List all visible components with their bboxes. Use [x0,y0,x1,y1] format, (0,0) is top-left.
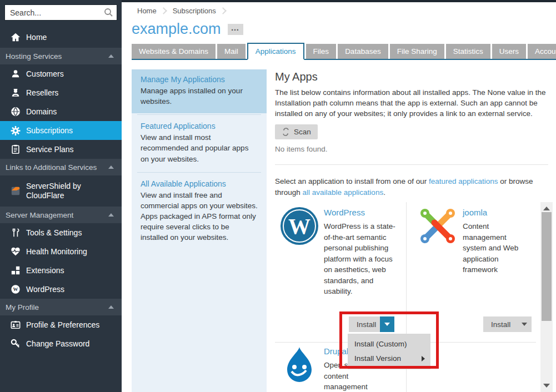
divider [137,114,261,115]
app-title-wordpress[interactable]: WordPress [324,208,365,217]
collapse-arrow-icon [108,213,114,217]
service-plans-icon [11,144,21,154]
subnav-item-desc: Manage apps installed on your websites. [141,86,258,107]
scrollbar-thumb[interactable] [542,212,552,321]
sidebar-item-tools-settings[interactable]: Tools & Settings [0,223,122,242]
sidebar-section-links-additional[interactable]: Links to Additional Services [0,159,122,175]
featured-applications-link[interactable]: featured applications [429,177,498,185]
breadcrumb-home[interactable]: Home [137,7,157,15]
sidebar-section-my-profile[interactable]: My Profile [0,299,122,315]
sidebar-section-server-management[interactable]: Server Management [0,207,122,223]
sidebar-section-hosting-services[interactable]: Hosting Services [0,48,122,64]
menu-item-install-custom[interactable]: Install (Custom) [348,337,430,351]
collapse-arrow-icon [108,305,114,309]
globe-icon [11,107,21,117]
sidebar-item-label: Subscriptions [26,126,73,135]
section-label: My Profile [6,303,39,311]
sidebar: Home Hosting Services Customers Reseller… [0,0,122,392]
tab-databases[interactable]: Databases [338,44,388,59]
app-list-scrollbar[interactable] [540,202,553,392]
tab-statistics[interactable]: Statistics [446,44,490,59]
scan-button[interactable]: Scan [275,124,318,139]
more-actions-button[interactable]: … [228,24,243,35]
tools-icon [11,228,21,238]
sidebar-item-customers[interactable]: Customers [0,64,122,83]
sidebar-item-label: WordPress [26,285,64,294]
tab-mail[interactable]: Mail [217,44,246,59]
applications-subnav: Manage My Applications Manage apps insta… [132,69,267,392]
app-title-drupal[interactable]: Drupal [324,346,348,356]
wordpress-icon: W [11,284,21,294]
sidebar-item-health-monitoring[interactable]: Health Monitoring [0,242,122,261]
sidebar-item-change-password[interactable]: Change Password [0,334,122,353]
tab-account[interactable]: Account [528,44,556,59]
extensions-icon [11,265,21,275]
top-strip [122,0,556,2]
tab-file-sharing[interactable]: File Sharing [390,44,444,59]
select-text-part: Select an application to install from on… [275,177,429,185]
caret-down-icon [384,323,390,326]
joomla-logo [418,206,458,246]
tab-files[interactable]: Files [306,44,337,59]
install-dropdown-toggle-wordpress[interactable] [380,316,394,332]
sidebar-item-service-plans[interactable]: Service Plans [0,140,122,159]
install-button-wordpress[interactable]: Install [349,316,384,332]
breadcrumb-current[interactable]: Subscriptions [173,7,216,15]
sidebar-item-label: Extensions [26,266,64,275]
sidebar-item-label: Tools & Settings [26,228,82,237]
intro-text: The list below contains information abou… [275,87,551,119]
select-text-part: . [383,188,385,197]
subnav-item-title: Manage My Applications [141,75,258,84]
sidebar-item-home[interactable]: Home [0,27,122,48]
sidebar-item-domains[interactable]: Domains [0,102,122,121]
sidebar-item-subscriptions[interactable]: Subscriptions [0,121,122,140]
sidebar-item-label: Service Plans [26,145,74,154]
servershield-icon [11,186,21,196]
home-icon [11,32,21,42]
sidebar-item-label: Home [26,33,47,42]
gear-icon [11,125,21,135]
subnav-item-desc: View and install most recommended and po… [141,132,258,164]
section-label: Links to Additional Services [6,163,97,172]
subnav-featured-applications[interactable]: Featured Applications View and install m… [132,116,267,170]
scroll-up-icon[interactable] [543,207,550,210]
svg-text:W: W [288,214,310,239]
resellers-icon [11,88,21,98]
all-available-applications-link[interactable]: all available applications [303,188,384,197]
sidebar-item-label: Domains [26,107,57,116]
search-icon[interactable] [104,8,113,19]
health-icon [11,247,21,257]
subnav-item-title: Featured Applications [141,122,258,130]
sidebar-item-servershield[interactable]: ServerShield by CloudFlare [0,175,122,207]
install-dropdown-toggle-joomla[interactable] [517,316,532,332]
tab-users[interactable]: Users [492,44,526,59]
scan-icon [282,128,290,136]
app-desc-joomla: Content management system and Web applic… [463,221,532,275]
search-input[interactable] [4,4,117,21]
page-title-row: example.com … [132,21,243,38]
sidebar-item-extensions[interactable]: Extensions [0,261,122,280]
page-heading: My Apps [275,71,318,83]
tab-websites-domains[interactable]: Websites & Domains [132,44,216,59]
menu-item-install-version[interactable]: Install Version [348,351,430,366]
chevron-right-icon [160,7,167,14]
sidebar-item-resellers[interactable]: Resellers [0,83,122,102]
scroll-down-icon[interactable] [543,384,550,388]
install-button-joomla[interactable]: Install [483,316,518,332]
subnav-item-title: All Available Applications [141,179,258,188]
sidebar-item-label: Customers [26,69,64,78]
sidebar-item-label: ServerShield by CloudFlare [26,182,109,201]
wordpress-logo: W [279,206,319,246]
key-icon [11,339,21,349]
sidebar-item-label: Profile & Preferences [26,320,99,329]
subnav-all-available-applications[interactable]: All Available Applications View and inst… [132,174,267,250]
sidebar-item-label: Health Monitoring [26,247,87,256]
sidebar-search [4,4,117,21]
sidebar-item-label: Resellers [26,88,58,97]
install-dropdown-menu: Install (Custom) Install Version [348,334,430,369]
tab-applications[interactable]: Applications [247,43,304,60]
sidebar-item-wordpress[interactable]: W WordPress [0,280,122,299]
app-title-joomla[interactable]: joomla [463,208,487,217]
subnav-manage-my-applications[interactable]: Manage My Applications Manage apps insta… [132,69,267,113]
sidebar-item-profile-preferences[interactable]: Profile & Preferences [0,315,122,334]
